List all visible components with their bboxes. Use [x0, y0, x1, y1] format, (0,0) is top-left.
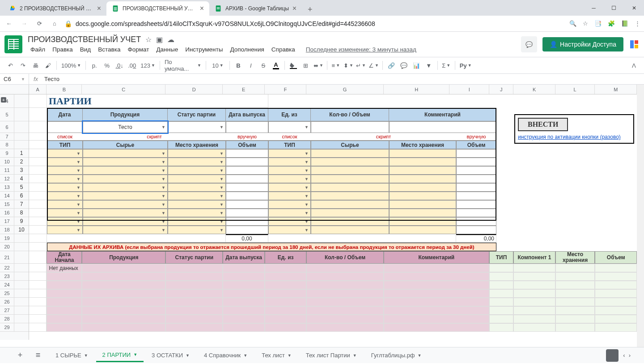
reload-button[interactable]: ⟳	[34, 18, 45, 29]
bookmark-icon[interactable]: ☆	[583, 20, 588, 27]
data-dropdown[interactable]: ▼	[168, 226, 226, 234]
row-header[interactable]: 5	[0, 108, 14, 121]
next-sheet-button[interactable]: ›	[629, 352, 631, 359]
data-dropdown[interactable]: ▼	[268, 175, 311, 183]
product-dropdown[interactable]: Тесто▼	[83, 121, 168, 133]
share-button[interactable]: 👤 Настройки Доступа	[542, 37, 623, 51]
wrap-button[interactable]: ↵▼	[355, 60, 367, 71]
data-dropdown[interactable]: ▼	[268, 183, 311, 192]
print-button[interactable]: 🖶	[30, 60, 41, 71]
data-input[interactable]	[456, 183, 496, 192]
vnesti-button[interactable]: ВНЕСТИ	[518, 118, 568, 131]
row-header[interactable]: 21	[0, 251, 14, 263]
data-input[interactable]	[456, 217, 496, 226]
row-header[interactable]: 20	[0, 243, 14, 251]
data-input[interactable]	[226, 217, 268, 226]
col-header[interactable]: G	[306, 85, 383, 94]
paint-format-button[interactable]: 🖌	[42, 60, 54, 71]
row-header[interactable]: 13	[0, 183, 14, 191]
data-dropdown[interactable]: ▼	[83, 209, 168, 217]
star-icon[interactable]: ☆	[145, 35, 152, 44]
minimize-button[interactable]: ─	[584, 0, 604, 16]
col-header[interactable]: I	[449, 85, 489, 94]
new-tab-button[interactable]: +	[304, 3, 316, 16]
row-header[interactable]: 19	[0, 234, 14, 242]
data-dropdown[interactable]: ▼	[268, 192, 311, 200]
comments-button[interactable]: 💬	[521, 36, 537, 52]
percent-button[interactable]: %	[101, 60, 113, 71]
data-dropdown[interactable]: ▼	[47, 175, 83, 183]
data-dropdown[interactable]: ▼	[168, 183, 226, 192]
strike-button[interactable]: S	[258, 60, 269, 71]
data-dropdown[interactable]: ▼	[268, 166, 311, 175]
data-dropdown[interactable]: ▼	[168, 209, 226, 217]
close-icon[interactable]: ×	[292, 4, 297, 13]
data-dropdown[interactable]: ▼	[83, 192, 168, 200]
menu-Файл[interactable]: Файл	[28, 45, 48, 54]
chevron-down-icon[interactable]: ▼	[243, 353, 247, 358]
close-window-button[interactable]: ✕	[624, 0, 644, 16]
data-dropdown[interactable]: ▼	[268, 217, 311, 226]
menu-Данные[interactable]: Данные	[153, 45, 181, 54]
sheets-logo[interactable]	[4, 35, 22, 53]
sheet-tab[interactable]: 1 СЫРЬЕ▼	[49, 349, 94, 362]
borders-button[interactable]: ⊞	[300, 60, 312, 71]
move-icon[interactable]: ▣	[156, 35, 163, 44]
row-header[interactable]: 24	[0, 281, 14, 289]
row-header[interactable]: 9	[0, 149, 14, 157]
menu-Справка[interactable]: Справка	[269, 45, 298, 54]
browser-menu-icon[interactable]: ⋮	[635, 20, 640, 27]
last-edit-link[interactable]: Последнее изменение: 3 минуты назад	[303, 45, 419, 54]
menu-Вставка[interactable]: Вставка	[95, 45, 123, 54]
data-dropdown[interactable]: ▼	[83, 226, 168, 234]
browser-tab[interactable]: 2 ПРОИЗВОДСТВЕННЫЙ УЧЕТ - ×	[4, 1, 106, 16]
data-input[interactable]	[226, 183, 268, 192]
sheet-tab[interactable]: 3 ОСТАТКИ▼	[145, 349, 196, 362]
zoom-dropdown[interactable]: 100%▼	[59, 60, 83, 71]
row-header[interactable]: 16	[0, 209, 14, 217]
add-sheet-button[interactable]: +	[13, 349, 27, 362]
col-header[interactable]: B	[47, 85, 82, 94]
status-dropdown[interactable]: ▼	[168, 121, 226, 133]
row-header[interactable]: 22	[0, 264, 14, 272]
col-header[interactable]: H	[384, 85, 450, 94]
data-dropdown[interactable]: ▼	[268, 200, 311, 209]
data-dropdown[interactable]: ▼	[47, 166, 83, 175]
row-header[interactable]: 14	[0, 192, 14, 200]
col-header[interactable]: F	[265, 85, 307, 94]
row-header[interactable]: 26	[0, 298, 14, 306]
valign-button[interactable]: ⬍▼	[343, 60, 354, 71]
filter-button[interactable]: ▼	[423, 60, 435, 71]
col-header[interactable]: E	[223, 85, 265, 94]
col-header[interactable]: D	[165, 85, 223, 94]
menu-Формат[interactable]: Формат	[125, 45, 152, 54]
link-button[interactable]: 🔗	[386, 60, 397, 71]
chart-button[interactable]: 📊	[411, 60, 422, 71]
data-input[interactable]	[456, 209, 496, 217]
data-dropdown[interactable]: ▼	[168, 158, 226, 166]
name-box[interactable]: C6▼	[0, 74, 29, 84]
col-header[interactable]: C	[82, 85, 165, 94]
row-header[interactable]: 18	[0, 226, 14, 234]
bold-button[interactable]: B	[233, 60, 244, 71]
data-dropdown[interactable]: ▼	[83, 158, 168, 166]
select-all-corner[interactable]	[0, 85, 29, 94]
chevron-down-icon[interactable]: ▼	[288, 353, 292, 358]
data-input[interactable]	[456, 192, 496, 200]
col-header[interactable]: J	[489, 85, 513, 94]
data-dropdown[interactable]: ▼	[168, 217, 226, 226]
row-header[interactable]: 8	[0, 141, 14, 149]
menu-Правка[interactable]: Правка	[50, 45, 76, 54]
data-input[interactable]	[226, 200, 268, 209]
input-tools-button[interactable]: Py▼	[458, 60, 474, 71]
row-header[interactable]: 29	[0, 323, 14, 331]
data-input[interactable]	[456, 175, 496, 183]
data-dropdown[interactable]: ▼	[168, 166, 226, 175]
text-color-button[interactable]: A	[270, 60, 282, 71]
data-dropdown[interactable]: ▼	[47, 200, 83, 209]
data-dropdown[interactable]: ▼	[83, 166, 168, 175]
browser-tab-active[interactable]: ПРОИЗВОДСТВЕННЫЙ УЧЕТ - G ×	[106, 1, 209, 16]
explore-button[interactable]	[606, 349, 619, 362]
decimal-inc-button[interactable]: .00	[126, 60, 138, 71]
row-header[interactable]: 23	[0, 272, 14, 280]
